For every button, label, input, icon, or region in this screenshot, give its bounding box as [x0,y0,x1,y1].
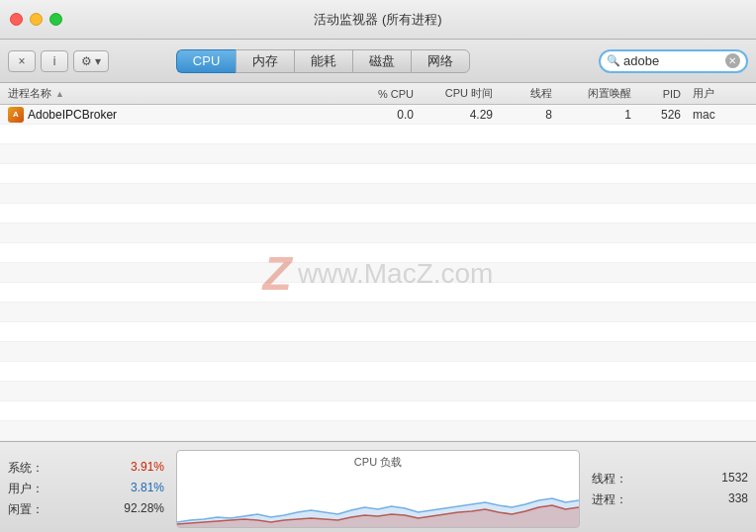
toolbar: × i ⚙ ▾ CPU 内存 能耗 磁盘 网络 🔍 ✕ [0,40,756,83]
empty-row [0,362,756,382]
tab-cpu[interactable]: CPU [176,49,236,73]
stats-right: 线程： 1532 进程： 338 [580,450,748,528]
col-header-cpu[interactable]: % CPU [342,88,422,100]
cell-threads: 8 [501,108,560,122]
col-header-threads[interactable]: 线程 [501,86,560,101]
stat-idle: 闲置： 92.28% [8,501,164,518]
empty-row [0,382,756,401]
tab-network[interactable]: 网络 [411,49,470,73]
titlebar: 活动监视器 (所有进程) [0,0,756,40]
stats-left: 系统： 3.91% 用户： 3.81% 闲置： 92.28% [8,450,176,528]
cell-process-name: A AdobeIPCBroker [8,107,342,123]
cpu-chart: CPU 负载 [176,450,580,528]
threads-label: 线程： [592,471,627,488]
col-header-idle-wake[interactable]: 闲置唤醒 [560,86,639,101]
empty-row [0,125,756,144]
table-row[interactable]: A AdobeIPCBroker 0.0 4.29 8 1 526 mac [0,105,756,125]
empty-row [0,223,756,243]
cell-user: mac [689,108,748,122]
close-button[interactable] [10,13,23,26]
table-container: A AdobeIPCBroker 0.0 4.29 8 1 526 mac Z … [0,105,756,441]
empty-row [0,401,756,421]
empty-row [0,204,756,223]
empty-row [0,144,756,164]
tab-memory[interactable]: 内存 [236,49,294,73]
processes-value: 338 [728,491,748,508]
toolbar-left: × i ⚙ ▾ [8,50,109,72]
tab-group: CPU 内存 能耗 磁盘 网络 [176,49,470,73]
info-button[interactable]: i [41,50,68,72]
search-box[interactable]: 🔍 ✕ [599,49,748,73]
window-title: 活动监视器 (所有进程) [314,11,441,29]
empty-row [0,322,756,342]
column-headers: 进程名称 ▲ % CPU CPU 时间 线程 闲置唤醒 PID 用户 [0,83,756,105]
stats-bar: 系统： 3.91% 用户： 3.81% 闲置： 92.28% CPU 负载 [0,441,756,532]
traffic-lights [10,13,62,26]
cpu-chart-svg [177,463,579,527]
search-clear-button[interactable]: ✕ [725,53,740,68]
col-header-cpu-time[interactable]: CPU 时间 [422,86,501,101]
process-icon: A [8,107,24,123]
idle-label: 闲置： [8,501,44,518]
stat-processes: 进程： 338 [592,491,748,508]
search-icon: 🔍 [607,54,620,67]
empty-row [0,421,756,441]
col-header-pid[interactable]: PID [639,88,689,100]
empty-row [0,184,756,204]
minimize-button[interactable] [30,13,43,26]
idle-value: 92.28% [124,501,164,518]
empty-row [0,263,756,283]
threads-value: 1532 [721,471,748,488]
stat-system: 系统： 3.91% [8,460,164,477]
cell-cpu: 0.0 [342,108,422,122]
system-value: 3.91% [131,460,164,477]
cell-idle-wake: 1 [560,108,639,122]
empty-row [0,342,756,362]
user-value: 3.81% [131,481,164,497]
col-header-process-name[interactable]: 进程名称 ▲ [8,86,342,101]
stop-button[interactable]: × [8,50,36,72]
col-header-user[interactable]: 用户 [689,86,748,101]
process-table[interactable]: A AdobeIPCBroker 0.0 4.29 8 1 526 mac [0,105,756,441]
tab-disk[interactable]: 磁盘 [352,49,411,73]
chart-area [177,463,579,527]
stat-user: 用户： 3.81% [8,481,164,497]
empty-row [0,283,756,303]
cell-cpu-time: 4.29 [422,108,501,122]
gear-button[interactable]: ⚙ ▾ [73,50,109,72]
sort-arrow-icon: ▲ [55,89,64,99]
processes-label: 进程： [592,491,627,508]
maximize-button[interactable] [49,13,62,26]
user-label: 用户： [8,481,44,497]
search-input[interactable] [623,53,722,68]
empty-row [0,303,756,322]
system-label: 系统： [8,460,44,477]
empty-row [0,164,756,184]
cell-pid: 526 [639,108,689,122]
empty-row [0,243,756,263]
tab-energy[interactable]: 能耗 [294,49,352,73]
stat-threads: 线程： 1532 [592,471,748,488]
